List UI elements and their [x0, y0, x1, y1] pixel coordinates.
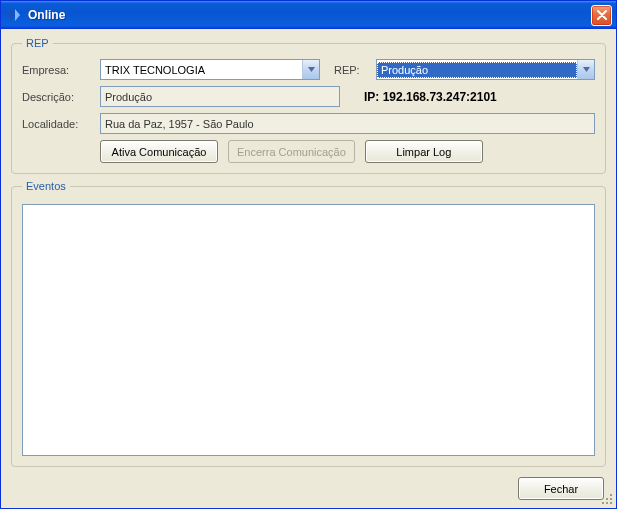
rep-legend: REP — [22, 37, 53, 49]
svg-rect-9 — [602, 502, 604, 504]
chevron-down-icon[interactable] — [577, 60, 594, 79]
svg-rect-6 — [606, 498, 608, 500]
fechar-button[interactable]: Fechar — [518, 477, 604, 500]
empresa-combobox[interactable]: TRIX TECNOLOGIA — [100, 59, 320, 80]
svg-rect-7 — [610, 502, 612, 504]
titlebar[interactable]: Online — [1, 1, 616, 29]
svg-marker-2 — [308, 67, 315, 72]
rep-combobox[interactable]: Produção — [376, 59, 595, 80]
svg-rect-8 — [606, 502, 608, 504]
rep-label: REP: — [334, 64, 370, 76]
close-button[interactable] — [591, 5, 612, 26]
localidade-field: Rua da Paz, 1957 - São Paulo — [100, 113, 595, 134]
svg-rect-5 — [610, 498, 612, 500]
localidade-label: Localidade: — [22, 118, 94, 130]
svg-marker-0 — [10, 9, 15, 21]
ativa-comunicacao-button[interactable]: Ativa Comunicação — [100, 140, 218, 163]
descricao-label: Descrição: — [22, 91, 94, 103]
window-frame: Online REP Empresa: TRIX TECNOLOGIA REP:… — [0, 0, 617, 509]
window-title: Online — [28, 8, 591, 22]
rep-value: Produção — [377, 62, 577, 78]
eventos-groupbox: Eventos — [11, 180, 606, 467]
limpar-log-button[interactable]: Limpar Log — [365, 140, 483, 163]
empresa-value: TRIX TECNOLOGIA — [101, 62, 302, 78]
ip-address-label: IP: 192.168.73.247:2101 — [364, 90, 497, 104]
rep-groupbox: REP Empresa: TRIX TECNOLOGIA REP: Produç… — [11, 37, 606, 174]
eventos-legend: Eventos — [22, 180, 70, 192]
eventos-log-area[interactable] — [22, 204, 595, 456]
app-icon — [7, 7, 23, 23]
chevron-down-icon[interactable] — [302, 60, 319, 79]
resize-grip[interactable] — [600, 492, 614, 506]
svg-rect-4 — [610, 494, 612, 496]
client-area: REP Empresa: TRIX TECNOLOGIA REP: Produç… — [1, 29, 616, 508]
svg-marker-3 — [583, 67, 590, 72]
encerra-comunicacao-button: Encerra Comunicação — [228, 140, 355, 163]
empresa-label: Empresa: — [22, 64, 94, 76]
descricao-field: Produção — [100, 86, 340, 107]
footer: Fechar — [11, 473, 606, 500]
svg-marker-1 — [15, 9, 20, 21]
